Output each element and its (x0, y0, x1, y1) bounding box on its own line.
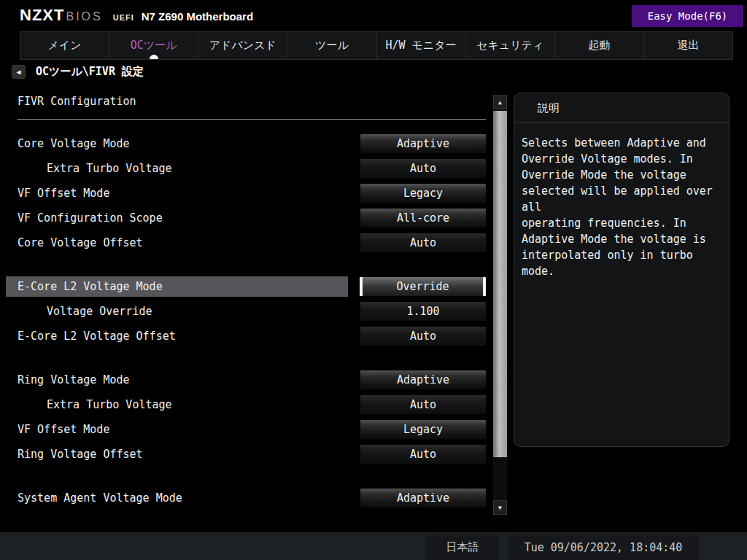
board-name: N7 Z690 Motherboard (142, 10, 253, 23)
nzxt-logo: NZXT BIOS UEFI N7 Z690 Motherboard (20, 6, 253, 25)
tab-boot[interactable]: 起動 (555, 32, 644, 59)
setting-value-button[interactable]: All-core (360, 209, 486, 228)
setting-row-vf-offset-mode-ring[interactable]: VF Offset Mode Legacy (6, 417, 486, 442)
tab-hw-monitor[interactable]: H/W モニター (377, 32, 466, 59)
setting-value-button[interactable]: Adaptive (360, 134, 486, 153)
description-text: Selects between Adaptive and Override Vo… (514, 123, 729, 279)
setting-label: Ring Voltage Mode (6, 373, 130, 386)
tab-label: 起動 (588, 39, 610, 52)
bios-screen: NZXT BIOS UEFI N7 Z690 Motherboard Easy … (0, 0, 747, 560)
setting-label-area: Ring Voltage Mode (6, 370, 348, 390)
setting-row-e-core-l2-voltage-offset[interactable]: E-Core L2 Voltage Offset Auto (6, 324, 486, 349)
setting-row-vf-configuration-scope[interactable]: VF Configuration Scope All-core (6, 206, 486, 230)
setting-label-area: VF Configuration Scope (6, 208, 348, 228)
setting-label-area: VF Offset Mode (6, 183, 348, 203)
tab-main[interactable]: メイン (20, 32, 109, 59)
setting-label-area: Voltage Override (6, 301, 348, 322)
footer-bar: 日本語 Tue 09/06/2022, 18:04:40 (0, 532, 747, 560)
tab-advanced[interactable]: アドバンスド (198, 32, 287, 59)
setting-label: Extra Turbo Voltage (6, 398, 172, 411)
setting-label: Voltage Override (6, 305, 152, 318)
setting-row-extra-turbo-voltage-ring[interactable]: Extra Turbo Voltage Auto (6, 392, 486, 417)
setting-value-button[interactable]: 1.100 (360, 302, 486, 321)
scroll-up-icon: ▲ (498, 99, 502, 106)
setting-label: Ring Voltage Offset (6, 448, 143, 461)
tab-label: OCツール (131, 39, 177, 52)
language-selector[interactable]: 日本語 (426, 534, 499, 560)
setting-value-button[interactable]: Override (360, 277, 486, 296)
description-header: 説明 (514, 93, 729, 123)
description-panel: 説明 Selects between Adaptive and Override… (514, 93, 729, 447)
tab-oc-tools[interactable]: OCツール (109, 32, 198, 59)
tab-tools[interactable]: ツール (287, 32, 376, 59)
section-divider (18, 119, 486, 120)
scrollbar-thumb[interactable] (493, 111, 507, 457)
back-arrow-icon: ◀ (16, 68, 20, 76)
setting-label: System Agent Voltage Mode (6, 491, 182, 505)
setting-row-ring-voltage-mode[interactable]: Ring Voltage Mode Adaptive (6, 368, 486, 392)
brand-nzxt: NZXT (20, 6, 64, 25)
setting-row-core-voltage-offset[interactable]: Core Voltage Offset Auto (6, 230, 486, 255)
setting-value-button[interactable]: Adaptive (360, 370, 486, 389)
scroll-down-icon: ▼ (498, 505, 502, 511)
description-title: 説明 (514, 101, 560, 115)
setting-row-extra-turbo-voltage-core[interactable]: Extra Turbo Voltage Auto (6, 156, 486, 181)
tab-label: セキュリティ (476, 39, 543, 52)
setting-label: VF Configuration Scope (6, 211, 163, 225)
setting-label-area: Extra Turbo Voltage (6, 158, 348, 179)
easy-mode-button[interactable]: Easy Mode(F6) (632, 5, 743, 27)
setting-label-area: Extra Turbo Voltage (6, 394, 348, 415)
setting-label: VF Offset Mode (6, 187, 109, 200)
settings-list: FIVR Configuration Core Voltage Mode Ada… (6, 93, 486, 510)
tab-label: メイン (48, 39, 82, 52)
top-bar: NZXT BIOS UEFI N7 Z690 Motherboard Easy … (0, 0, 747, 31)
setting-row-vf-offset-mode-core[interactable]: VF Offset Mode Legacy (6, 181, 486, 206)
setting-row-system-agent-voltage-mode[interactable]: System Agent Voltage Mode Adaptive (6, 486, 486, 510)
setting-label-area: System Agent Voltage Mode (6, 488, 348, 508)
scrollbar-track[interactable]: ▲ ▼ (493, 95, 507, 515)
setting-label: Core Voltage Offset (6, 236, 143, 249)
tab-security[interactable]: セキュリティ (466, 32, 555, 59)
scroll-down-button[interactable]: ▼ (493, 500, 507, 515)
setting-label-area: Core Voltage Mode (6, 133, 348, 154)
setting-value-button[interactable]: Auto (360, 159, 486, 178)
section-title: FIVR Configuration (6, 93, 486, 110)
tab-bar: メイン OCツール アドバンスド ツール H/W モニター セキュリティ 起動 (20, 31, 733, 60)
setting-label: Core Voltage Mode (6, 137, 130, 150)
setting-label: E-Core L2 Voltage Offset (6, 330, 176, 343)
breadcrumb-path: OCツール\FIVR 設定 (36, 65, 144, 79)
uefi-label: UEFI (113, 13, 134, 22)
setting-value-button[interactable]: Auto (360, 233, 486, 252)
setting-value-button[interactable]: Legacy (360, 184, 486, 203)
setting-label-area: VF Offset Mode (6, 419, 348, 440)
setting-value-button[interactable]: Adaptive (360, 489, 486, 508)
setting-value-button[interactable]: Legacy (360, 420, 486, 439)
setting-row-e-core-l2-voltage-mode[interactable]: E-Core L2 Voltage Mode Override (6, 274, 486, 299)
setting-row-ring-voltage-offset[interactable]: Ring Voltage Offset Auto (6, 442, 486, 467)
tab-exit[interactable]: 退出 (644, 32, 732, 59)
setting-label: VF Offset Mode (6, 423, 109, 436)
tab-label: H/W モニター (385, 39, 456, 52)
setting-label: E-Core L2 Voltage Mode (6, 280, 163, 293)
settings-rows: Core Voltage Mode Adaptive Extra Turbo V… (6, 131, 486, 510)
setting-label-area: E-Core L2 Voltage Offset (6, 326, 348, 346)
scroll-up-button[interactable]: ▲ (493, 95, 507, 109)
setting-label-area: Core Voltage Offset (6, 233, 348, 253)
setting-label-area: E-Core L2 Voltage Mode (6, 276, 348, 297)
setting-value-button[interactable]: Auto (360, 395, 486, 414)
setting-label-area: Ring Voltage Offset (6, 444, 348, 464)
setting-row-voltage-override[interactable]: Voltage Override 1.100 (6, 299, 486, 324)
setting-label: Extra Turbo Voltage (6, 162, 172, 175)
tab-label: ツール (315, 39, 349, 52)
active-tab-indicator (150, 55, 158, 59)
setting-value-button[interactable]: Auto (360, 327, 486, 346)
brand-bios: BIOS (66, 10, 102, 23)
setting-row-core-voltage-mode[interactable]: Core Voltage Mode Adaptive (6, 131, 486, 156)
setting-value-button[interactable]: Auto (360, 445, 486, 464)
datetime-display: Tue 09/06/2022, 18:04:40 (508, 534, 699, 560)
tab-label: アドバンスド (209, 39, 276, 52)
back-button[interactable]: ◀ (12, 65, 26, 79)
tab-label: 退出 (677, 39, 699, 52)
breadcrumb: ◀ OCツール\FIVR 設定 (12, 65, 144, 79)
